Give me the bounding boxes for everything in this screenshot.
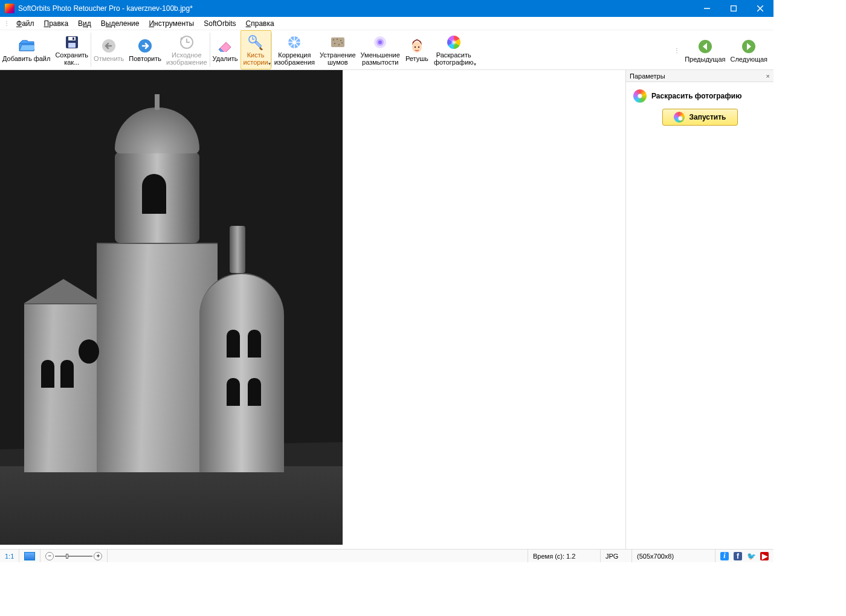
svg-point-21	[340, 40, 341, 41]
retouch-label: Ретушь	[405, 55, 428, 62]
next-label: Следующая	[730, 56, 767, 63]
dropdown-icon[interactable]: ▾	[268, 60, 271, 68]
deblur-label: Уменьшение размытости	[361, 51, 400, 66]
facebook-icon[interactable]: f	[734, 552, 742, 560]
save-as-label: Сохранить как...	[55, 51, 88, 66]
app-icon	[5, 4, 15, 13]
zoom-out-button[interactable]: −	[45, 552, 54, 560]
color-correction-label: Коррекция изображения	[274, 51, 315, 66]
original-image-button[interactable]: Исходное изображение	[164, 30, 210, 69]
history-brush-button[interactable]: Кисть истории ▾	[241, 30, 271, 69]
youtube-icon[interactable]: ▶	[760, 552, 769, 560]
menu-view[interactable]: Вид	[73, 18, 96, 29]
statusbar-spacer	[108, 550, 528, 562]
noise-icon	[330, 34, 346, 50]
starburst-icon	[286, 34, 302, 50]
svg-rect-1	[731, 6, 737, 11]
eraser-icon	[218, 38, 233, 54]
add-file-button[interactable]: Добавить файл	[0, 30, 53, 69]
svg-point-27	[378, 40, 382, 44]
palette-icon	[674, 112, 685, 123]
add-file-label: Добавить файл	[2, 55, 50, 62]
face-icon	[409, 38, 425, 54]
deblur-button[interactable]: Уменьшение размытости	[358, 30, 402, 69]
menubar-grip[interactable]: ⋮	[2, 20, 11, 27]
menu-edit[interactable]: Правка	[39, 18, 74, 29]
menubar: ⋮ Файл Правка Вид Выделение Инструменты …	[0, 17, 773, 30]
undo-button[interactable]: Отменить	[91, 30, 126, 69]
status-format: JPG	[601, 550, 632, 562]
run-button[interactable]: Запустить	[662, 109, 738, 126]
history-brush-icon	[248, 34, 263, 50]
zoom-slider: − +	[40, 550, 108, 562]
menu-file[interactable]: Файл	[11, 18, 39, 29]
retouch-button[interactable]: Ретушь	[402, 30, 431, 69]
statusbar: 1:1 − + Время (с): 1.2 JPG (505x700x8) i…	[0, 549, 773, 562]
zoom-actual-button[interactable]: 1:1	[0, 550, 19, 562]
parameters-panel: Параметры × Раскрасить фотографию Запуст…	[625, 70, 773, 549]
next-image-button[interactable]: Следующая	[728, 30, 770, 70]
panel-header: Параметры ×	[626, 70, 773, 82]
zoom-fit-button[interactable]	[19, 550, 40, 562]
color-wheel-icon	[446, 34, 462, 50]
info-icon[interactable]: i	[720, 552, 729, 560]
save-as-button[interactable]: Сохранить как...	[53, 30, 91, 69]
svg-point-30	[418, 47, 419, 48]
twitter-icon[interactable]: 🐦	[747, 552, 755, 560]
titlebar: SoftOrbits Photo Retoucher Pro - kaverzn…	[0, 0, 773, 17]
clock-revert-icon	[179, 34, 195, 50]
run-label: Запустить	[689, 113, 726, 121]
svg-point-22	[334, 43, 335, 44]
blur-icon	[372, 34, 388, 50]
photo-content	[0, 70, 343, 545]
redo-button[interactable]: Повторить	[126, 30, 164, 69]
remove-label: Удалить	[213, 55, 238, 62]
svg-point-20	[337, 39, 338, 40]
social-links: i f 🐦 ▶	[715, 552, 773, 560]
panel-section-label: Раскрасить фотографию	[633, 89, 766, 103]
zoom-thumb[interactable]	[66, 554, 68, 559]
svg-point-24	[341, 42, 343, 43]
menu-softorbits[interactable]: SoftOrbits	[199, 18, 241, 29]
svg-point-23	[338, 44, 340, 45]
colorize-button[interactable]: Раскрасить фотографию ▾	[431, 30, 476, 69]
minimize-button[interactable]	[694, 0, 720, 17]
denoise-button[interactable]: Устранение шумов	[317, 30, 358, 69]
menu-selection[interactable]: Выделение	[96, 18, 144, 29]
palette-icon	[633, 89, 647, 103]
redo-label: Повторить	[129, 55, 161, 62]
maximize-button[interactable]	[720, 0, 747, 17]
color-correction-button[interactable]: Коррекция изображения	[272, 30, 317, 69]
arrow-right-icon	[741, 39, 757, 54]
image-canvas[interactable]	[0, 70, 625, 549]
prev-label: Предыдущая	[685, 56, 725, 63]
history-brush-label: Кисть истории	[244, 51, 268, 66]
status-dimensions: (505x700x8)	[632, 550, 715, 562]
window-buttons	[694, 0, 773, 17]
panel-close-button[interactable]: ×	[766, 72, 770, 80]
toolbar: Добавить файл Сохранить как... Отменить …	[0, 30, 773, 70]
window-title: SoftOrbits Photo Retoucher Pro - kaverzn…	[18, 4, 694, 13]
zoom-track[interactable]	[55, 556, 92, 557]
menu-tools[interactable]: Инструменты	[144, 18, 199, 29]
denoise-label: Устранение шумов	[320, 51, 356, 66]
close-button[interactable]	[747, 0, 773, 17]
main-area: Параметры × Раскрасить фотографию Запуст…	[0, 70, 773, 549]
menu-help[interactable]: Справка	[241, 18, 279, 29]
original-image-label: Исходное изображение	[166, 51, 207, 66]
svg-rect-7	[73, 37, 74, 40]
svg-rect-18	[331, 37, 344, 47]
svg-point-32	[451, 39, 457, 45]
zoom-in-button[interactable]: +	[94, 552, 102, 560]
svg-rect-6	[68, 43, 76, 48]
prev-image-button[interactable]: Предыдущая	[682, 30, 728, 70]
save-icon	[64, 34, 80, 50]
arrow-left-icon	[697, 39, 713, 54]
dropdown-icon[interactable]: ▾	[474, 61, 476, 68]
toolbar-nav: ⋮ Предыдущая Следующая	[674, 30, 770, 70]
folder-open-icon	[19, 38, 34, 54]
svg-rect-5	[68, 37, 76, 40]
svg-point-19	[333, 39, 334, 40]
svg-point-29	[415, 47, 416, 48]
remove-button[interactable]: Удалить	[210, 30, 241, 69]
